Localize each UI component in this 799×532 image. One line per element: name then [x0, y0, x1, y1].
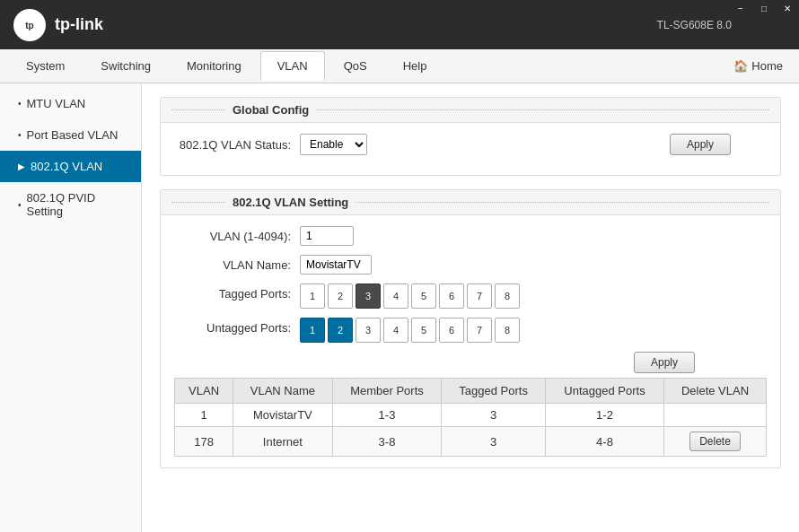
main-layout: • MTU VLAN • Port Based VLAN ▶ 802.1Q VL…: [0, 83, 799, 532]
untagged-port-4[interactable]: 4: [383, 318, 408, 343]
home-icon: 🏠: [733, 59, 748, 73]
vlan-status-label: 802.1Q VLAN Status:: [174, 138, 291, 152]
cell-vlan-id: 178: [175, 427, 233, 457]
tagged-port-2[interactable]: 2: [328, 283, 353, 309]
col-vlan-name: VLAN Name: [233, 379, 333, 404]
cell-vlan-id: 1: [175, 404, 233, 427]
device-label: TL-SG608E 8.0: [657, 19, 732, 31]
nav-vlan[interactable]: VLAN: [260, 51, 325, 81]
tp-link-logo-icon: tp: [13, 9, 46, 41]
vlan-setting-apply-button[interactable]: Apply: [634, 352, 695, 373]
tagged-port-1[interactable]: 1: [300, 283, 325, 309]
cell-member-ports: 3-8: [332, 427, 442, 457]
bullet-icon: •: [18, 200, 22, 210]
untagged-port-5[interactable]: 5: [411, 318, 436, 343]
vlan-name-label: VLAN Name:: [174, 258, 291, 272]
tagged-port-7[interactable]: 7: [467, 283, 492, 309]
untagged-port-2[interactable]: 2: [328, 318, 353, 343]
home-label: Home: [751, 59, 783, 73]
nav-qos[interactable]: QoS: [327, 51, 384, 81]
vlan-setting-apply-row: Apply: [174, 352, 767, 373]
bullet-icon: •: [18, 99, 22, 109]
cell-tagged-ports: 3: [442, 427, 546, 457]
vlan-id-row: VLAN (1-4094):: [174, 226, 767, 246]
col-delete-vlan: Delete VLAN: [663, 379, 766, 404]
cell-tagged-ports: 3: [442, 404, 546, 427]
top-navigation: System Switching Monitoring VLAN QoS Hel…: [0, 49, 799, 83]
header: tp tp-link TL-SG608E 8.0 − □ ✕: [0, 0, 799, 49]
tagged-ports-row: Tagged Ports: 1 2 3 4 5 6 7 8: [174, 283, 767, 309]
untagged-ports-grid: 1 2 3 4 5 6 7 8: [300, 318, 520, 343]
vlan-status-select[interactable]: Enable Disable: [300, 134, 367, 155]
vlan-status-control: Enable Disable: [300, 134, 367, 155]
cell-vlan-name: MovistarTV: [233, 404, 333, 427]
untagged-ports-row: Untagged Ports: 1 2 3 4 5 6 7 8: [174, 318, 767, 343]
table-row: 1 MovistarTV 1-3 3 1-2: [175, 404, 767, 427]
sidebar-label-mtu-vlan: MTU VLAN: [27, 97, 86, 110]
logo-text: tp-link: [55, 15, 103, 34]
cell-vlan-name: Internet: [233, 427, 333, 457]
tagged-port-6[interactable]: 6: [439, 283, 464, 309]
tagged-port-3[interactable]: 3: [356, 283, 381, 309]
cell-delete: [663, 404, 766, 427]
col-vlan: VLAN: [175, 379, 233, 404]
delete-vlan-button[interactable]: Delete: [689, 432, 741, 451]
tagged-port-8[interactable]: 8: [495, 283, 520, 309]
cell-untagged-ports: 1-2: [546, 404, 664, 427]
vlan-setting-body: VLAN (1-4094): VLAN Name: Tagged Ports: …: [161, 215, 780, 467]
close-button[interactable]: ✕: [776, 0, 799, 16]
sidebar-item-port-based-vlan[interactable]: • Port Based VLAN: [0, 119, 141, 151]
bullet-icon: •: [18, 130, 22, 140]
sidebar-label-802-1q-pvid: 802.1Q PVID Setting: [27, 191, 127, 218]
global-config-title: Global Config: [161, 98, 780, 123]
logo-area: tp tp-link: [13, 9, 103, 41]
untagged-ports-label: Untagged Ports:: [174, 318, 291, 335]
untagged-port-1[interactable]: 1: [300, 318, 325, 343]
svg-text:tp: tp: [25, 21, 33, 31]
untagged-port-3[interactable]: 3: [356, 318, 381, 343]
sidebar: • MTU VLAN • Port Based VLAN ▶ 802.1Q VL…: [0, 83, 142, 532]
vlan-table: VLAN VLAN Name Member Ports Tagged Ports…: [174, 378, 767, 457]
col-member-ports: Member Ports: [332, 379, 442, 404]
tagged-ports-label: Tagged Ports:: [174, 283, 291, 301]
global-config-apply-button[interactable]: Apply: [670, 134, 731, 155]
cell-delete: Delete: [663, 427, 766, 457]
sidebar-item-802-1q-vlan[interactable]: ▶ 802.1Q VLAN: [0, 151, 141, 182]
sidebar-label-port-based-vlan: Port Based VLAN: [27, 128, 119, 142]
vlan-id-label: VLAN (1-4094):: [174, 230, 291, 243]
global-config-section: Global Config 802.1Q VLAN Status: Enable…: [160, 97, 781, 176]
vlan-status-row: 802.1Q VLAN Status: Enable Disable Apply: [174, 134, 767, 155]
sidebar-item-mtu-vlan[interactable]: • MTU VLAN: [0, 88, 141, 119]
minimize-button[interactable]: −: [729, 0, 752, 16]
vlan-name-row: VLAN Name:: [174, 255, 767, 275]
nav-switching[interactable]: Switching: [83, 51, 168, 81]
nav-help[interactable]: Help: [386, 51, 444, 81]
untagged-port-6[interactable]: 6: [439, 318, 464, 343]
tagged-port-5[interactable]: 5: [411, 283, 436, 309]
maximize-button[interactable]: □: [752, 0, 776, 16]
main-content: Global Config 802.1Q VLAN Status: Enable…: [142, 83, 799, 532]
tagged-ports-grid: 1 2 3 4 5 6 7 8: [300, 283, 520, 309]
sidebar-item-802-1q-pvid[interactable]: • 802.1Q PVID Setting: [0, 182, 141, 227]
col-tagged-ports: Tagged Ports: [442, 379, 546, 404]
untagged-port-7[interactable]: 7: [467, 318, 492, 343]
nav-monitoring[interactable]: Monitoring: [170, 51, 259, 81]
vlan-setting-section: 802.1Q VLAN Setting VLAN (1-4094): VLAN …: [160, 189, 781, 468]
untagged-port-8[interactable]: 8: [495, 318, 520, 343]
nav-system[interactable]: System: [9, 51, 82, 81]
vlan-name-input[interactable]: [300, 255, 372, 275]
arrow-icon: ▶: [18, 161, 25, 171]
home-button[interactable]: 🏠 Home: [726, 56, 790, 76]
col-untagged-ports: Untagged Ports: [546, 379, 664, 404]
vlan-setting-title: 802.1Q VLAN Setting: [161, 190, 780, 215]
window-controls: − □ ✕: [729, 0, 799, 16]
tagged-port-4[interactable]: 4: [383, 283, 408, 309]
sidebar-label-802-1q-vlan: 802.1Q VLAN: [31, 160, 102, 173]
global-config-body: 802.1Q VLAN Status: Enable Disable Apply: [161, 123, 780, 175]
cell-untagged-ports: 4-8: [546, 427, 664, 457]
cell-member-ports: 1-3: [332, 404, 442, 427]
table-row: 178 Internet 3-8 3 4-8 Delete: [175, 427, 767, 457]
vlan-id-input[interactable]: [300, 226, 354, 246]
